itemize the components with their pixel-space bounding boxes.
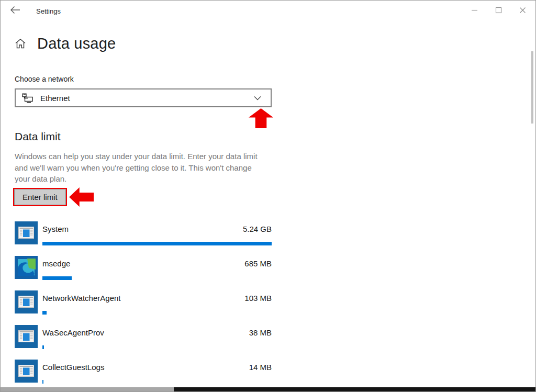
system-app-icon (15, 290, 38, 313)
app-name: WaSecAgentProv (42, 328, 104, 337)
window-title: Settings (36, 7, 61, 15)
usage-list: System 5.24 GB (15, 221, 272, 392)
usage-row: System 5.24 GB (15, 221, 272, 256)
app-name: NetworkWatcherAgent (42, 294, 121, 303)
title-bar: Settings (1, 1, 535, 21)
usage-bar (42, 276, 72, 280)
usage-bar (42, 311, 47, 315)
usage-value: 5.24 GB (243, 225, 272, 233)
usage-row: msedge 685 MB (15, 256, 272, 290)
choose-network-label: Choose a network (15, 75, 74, 83)
close-icon (519, 6, 526, 16)
usage-value: 38 MB (249, 328, 272, 337)
maximize-button[interactable] (486, 1, 510, 21)
data-limit-description: Windows can help you stay under your dat… (15, 151, 268, 185)
usage-bar-track (42, 380, 272, 384)
selected-network: Ethernet (40, 94, 254, 103)
minimize-button[interactable] (462, 1, 486, 21)
chevron-down-icon (254, 96, 261, 100)
usage-bar (42, 380, 43, 384)
scrollbar-thumb[interactable] (531, 51, 533, 124)
bottom-strip (1, 387, 535, 391)
app-name: msedge (42, 259, 70, 268)
usage-bar-track (42, 311, 272, 315)
data-limit-heading: Data limit (15, 130, 61, 143)
back-arrow-icon (10, 6, 20, 16)
annotation-highlight-box: Enter limit (13, 188, 67, 206)
taskbar-fragment-black (174, 387, 535, 391)
edge-icon (15, 256, 38, 279)
app-name: CollectGuestLogs (42, 363, 104, 372)
window-controls (462, 1, 534, 21)
annotation-arrow-up (249, 108, 273, 128)
back-button[interactable] (8, 5, 23, 17)
usage-row: NetworkWatcherAgent 103 MB (15, 290, 272, 325)
usage-bar (42, 345, 44, 349)
minimize-icon (471, 6, 478, 16)
usage-value: 685 MB (244, 259, 272, 268)
usage-bar (42, 242, 272, 245)
usage-bar-track (42, 242, 272, 245)
network-dropdown[interactable]: Ethernet (15, 88, 272, 107)
system-app-icon (15, 325, 38, 348)
page-header: Data usage (15, 35, 116, 52)
settings-window: Settings (0, 0, 536, 392)
ethernet-icon (22, 93, 34, 103)
usage-bar-track (42, 276, 272, 280)
usage-row: WaSecAgentProv 38 MB (15, 325, 272, 360)
close-button[interactable] (510, 1, 534, 21)
app-name: System (42, 225, 69, 233)
maximize-icon (495, 6, 502, 16)
taskbar-fragment-gray (1, 387, 174, 391)
enter-limit-button[interactable]: Enter limit (14, 189, 66, 205)
home-icon (15, 38, 26, 49)
system-app-icon (15, 221, 38, 244)
usage-value: 103 MB (244, 294, 272, 303)
system-app-icon (15, 360, 38, 383)
usage-value: 14 MB (249, 363, 272, 372)
annotation-arrow-left (69, 187, 94, 207)
usage-bar-track (42, 345, 272, 349)
page-title: Data usage (37, 35, 116, 52)
